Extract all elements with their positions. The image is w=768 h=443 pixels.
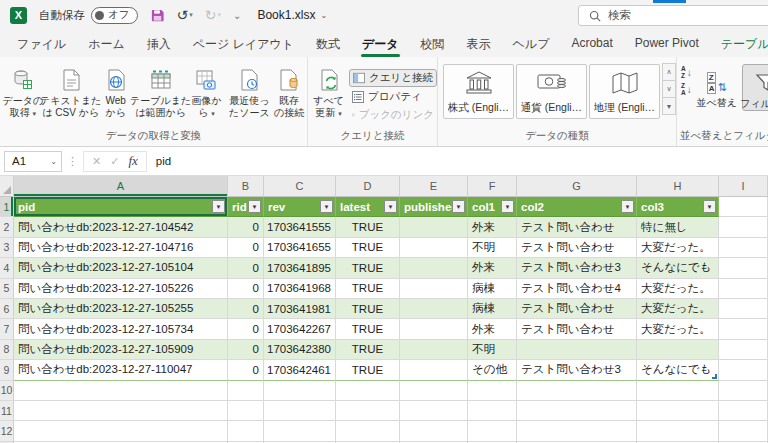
- cell-A6[interactable]: 問い合わせdb:2023-12-27-105255: [14, 299, 228, 319]
- cell-A11[interactable]: [14, 401, 228, 421]
- cell-I8[interactable]: [719, 340, 768, 360]
- cell-B3[interactable]: 0: [228, 238, 264, 258]
- row-header-7[interactable]: 7: [0, 319, 14, 339]
- cell-D7[interactable]: TRUE: [336, 319, 400, 339]
- cell-I1[interactable]: [719, 197, 768, 217]
- confirm-entry-button[interactable]: ✓: [110, 155, 119, 168]
- insert-function-button[interactable]: fx: [128, 153, 137, 169]
- cell-G12[interactable]: [517, 421, 637, 441]
- cell-B8[interactable]: 0: [228, 340, 264, 360]
- cell-D1[interactable]: latest▼: [336, 197, 400, 217]
- column-header-C[interactable]: C: [264, 176, 336, 196]
- cell-C1[interactable]: rev▼: [264, 197, 336, 217]
- column-header-B[interactable]: B: [228, 176, 264, 196]
- get-data-button[interactable]: データの 取得 ▾: [0, 62, 46, 119]
- cell-D8[interactable]: TRUE: [336, 340, 400, 360]
- cell-H7[interactable]: 大変だった。: [637, 319, 719, 339]
- cell-F3[interactable]: 不明: [468, 238, 517, 258]
- data-type-geography-button[interactable]: 地理 (Engli…: [589, 64, 660, 119]
- cell-G9[interactable]: テスト問い合わせ3: [517, 360, 637, 380]
- cell-C9[interactable]: 1703642461: [264, 360, 336, 380]
- cell-B6[interactable]: 0: [228, 299, 264, 319]
- save-button[interactable]: [150, 8, 165, 23]
- cell-E5[interactable]: [400, 279, 468, 299]
- row-header-5[interactable]: 5: [0, 279, 14, 299]
- cell-H11[interactable]: [637, 401, 719, 421]
- column-header-G[interactable]: G: [517, 176, 637, 196]
- column-header-H[interactable]: H: [637, 176, 719, 196]
- refresh-all-button[interactable]: すべて 更新 ▾: [308, 62, 349, 123]
- cell-G7[interactable]: テスト問い合わせ: [517, 319, 637, 339]
- cell-F1[interactable]: col1▼: [468, 197, 517, 217]
- cell-H1[interactable]: col3▼: [637, 197, 719, 217]
- row-header-10[interactable]: 10: [0, 381, 14, 401]
- cell-I3[interactable]: [719, 238, 768, 258]
- gallery-up-button[interactable]: ∧: [662, 63, 676, 81]
- row-header-8[interactable]: 8: [0, 340, 14, 360]
- tab-help[interactable]: ヘルプ: [502, 30, 561, 57]
- cell-B5[interactable]: 0: [228, 279, 264, 299]
- cell-D10[interactable]: [336, 381, 400, 401]
- from-picture-button[interactable]: 画像か ら ▾: [186, 62, 228, 119]
- cell-F11[interactable]: [468, 401, 517, 421]
- cell-F12[interactable]: [468, 421, 517, 441]
- cell-I4[interactable]: [719, 258, 768, 278]
- column-header-D[interactable]: D: [336, 176, 400, 196]
- cell-E6[interactable]: [400, 299, 468, 319]
- cell-F10[interactable]: [468, 381, 517, 401]
- column-header-F[interactable]: F: [468, 176, 517, 196]
- tab-table-design[interactable]: テーブル デザイン: [710, 30, 768, 57]
- sort-button[interactable]: ZA ⇅ 並べ替え: [695, 64, 739, 111]
- cell-H6[interactable]: 大変だった。: [637, 299, 719, 319]
- tab-home[interactable]: ホーム: [77, 30, 136, 57]
- cell-E3[interactable]: [400, 238, 468, 258]
- tab-data[interactable]: データ: [351, 30, 410, 57]
- cell-F9[interactable]: その他: [468, 360, 517, 380]
- cell-H8[interactable]: [637, 340, 719, 360]
- cell-E11[interactable]: [400, 401, 468, 421]
- cell-C4[interactable]: 1703641895: [264, 258, 336, 278]
- cell-B7[interactable]: 0: [228, 319, 264, 339]
- cell-A5[interactable]: 問い合わせdb:2023-12-27-105226: [14, 279, 228, 299]
- cell-E9[interactable]: [400, 360, 468, 380]
- tab-file[interactable]: ファイル: [6, 30, 77, 57]
- cell-F2[interactable]: 外来: [468, 217, 517, 237]
- filter-dropdown-pid[interactable]: ▼: [212, 200, 225, 213]
- cell-A12[interactable]: [14, 421, 228, 441]
- select-all-corner[interactable]: [0, 176, 14, 196]
- row-header-12[interactable]: 12: [0, 421, 14, 441]
- cell-I11[interactable]: [719, 401, 768, 421]
- cell-F5[interactable]: 病棟: [468, 279, 517, 299]
- gallery-expand-button[interactable]: ▼: [662, 97, 676, 115]
- row-header-6[interactable]: 6: [0, 299, 14, 319]
- tab-insert[interactable]: 挿入: [136, 30, 182, 57]
- filter-dropdown-col1[interactable]: ▼: [501, 200, 514, 213]
- tab-acrobat[interactable]: Acrobat: [560, 30, 623, 57]
- cell-I7[interactable]: [719, 319, 768, 339]
- data-type-currency-button[interactable]: 通貨 (Engli…: [516, 64, 587, 119]
- cell-A4[interactable]: 問い合わせdb:2023-12-27-105104: [14, 258, 228, 278]
- cell-A2[interactable]: 問い合わせdb:2023-12-27-104542: [14, 217, 228, 237]
- tab-page-layout[interactable]: ページ レイアウト: [182, 30, 305, 57]
- cell-E12[interactable]: [400, 421, 468, 441]
- existing-connections-button[interactable]: 既存の接続: [271, 62, 307, 119]
- workbook-links-button[interactable]: ブックのリンク: [349, 107, 437, 123]
- column-header-I[interactable]: I: [719, 176, 768, 196]
- cell-B9[interactable]: 0: [228, 360, 264, 380]
- cell-B2[interactable]: 0: [228, 217, 264, 237]
- row-header-9[interactable]: 9: [0, 360, 14, 380]
- cell-D6[interactable]: TRUE: [336, 299, 400, 319]
- cell-H5[interactable]: 大変だった。: [637, 279, 719, 299]
- filter-dropdown-col3[interactable]: ▼: [703, 200, 716, 213]
- cell-E8[interactable]: [400, 340, 468, 360]
- cell-G5[interactable]: テスト問い合わせ4: [517, 279, 637, 299]
- cell-G4[interactable]: テスト問い合わせ3: [517, 258, 637, 278]
- cell-F8[interactable]: 不明: [468, 340, 517, 360]
- cell-G11[interactable]: [517, 401, 637, 421]
- cell-B12[interactable]: [228, 421, 264, 441]
- name-box[interactable]: A1 ⌄: [4, 151, 62, 172]
- filter-dropdown-published[interactable]: ▼: [452, 200, 465, 213]
- cell-D3[interactable]: TRUE: [336, 238, 400, 258]
- cell-E4[interactable]: [400, 258, 468, 278]
- tab-review[interactable]: 校閲: [410, 30, 456, 57]
